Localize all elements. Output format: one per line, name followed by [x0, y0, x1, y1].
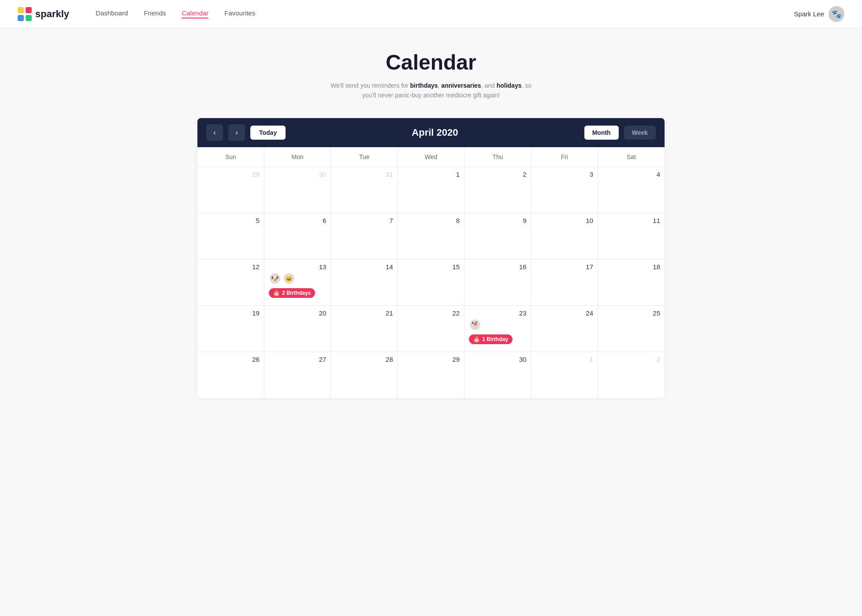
- calendar-week-row: 1920212223🐕🎂1 Birthday2425: [197, 305, 665, 352]
- day-number: 11: [602, 217, 660, 224]
- weekday-fri: Fri: [531, 147, 598, 167]
- day-number: 7: [335, 217, 393, 224]
- calendar-week-row: 262728293012: [197, 352, 665, 398]
- calendar-weekdays: Sun Mon Tue Wed Thu Fri Sat: [197, 147, 665, 167]
- calendar-day[interactable]: 14: [331, 259, 398, 305]
- calendar-day[interactable]: 11: [598, 213, 665, 259]
- today-button[interactable]: Today: [250, 126, 286, 140]
- day-number: 9: [469, 217, 526, 224]
- highlight-holidays: holidays: [497, 82, 522, 89]
- calendar-day[interactable]: 26: [197, 352, 264, 398]
- calendar-day[interactable]: 4: [598, 167, 665, 213]
- logo[interactable]: sparkly: [18, 7, 69, 21]
- calendar-day[interactable]: 29: [398, 352, 464, 398]
- day-number: 18: [602, 263, 660, 271]
- calendar-day[interactable]: 24: [531, 305, 598, 352]
- calendar-day[interactable]: 21: [331, 305, 398, 352]
- calendar-day[interactable]: 10: [531, 213, 598, 259]
- day-number: 20: [269, 309, 326, 317]
- svg-rect-2: [18, 15, 24, 21]
- calendar-day[interactable]: 20: [264, 305, 331, 352]
- calendar-body: 29303112345678910111213🐶🐱🎂2 Birthdays141…: [197, 167, 665, 398]
- avatar-row: 🐶🐱: [269, 272, 326, 285]
- calendar-week-row: 2930311234: [197, 167, 665, 213]
- sparkly-logo-icon: [18, 7, 32, 21]
- calendar-week-row: 567891011: [197, 213, 665, 259]
- calendar-day[interactable]: 7: [331, 213, 398, 259]
- calendar-day[interactable]: 9: [464, 213, 531, 259]
- calendar-day[interactable]: 13🐶🐱🎂2 Birthdays: [264, 259, 331, 305]
- calendar-day[interactable]: 23🐕🎂1 Birthday: [464, 305, 531, 352]
- weekday-tue: Tue: [331, 147, 398, 167]
- calendar-day[interactable]: 5: [197, 213, 264, 259]
- calendar-day[interactable]: 27: [264, 352, 331, 398]
- day-number: 31: [335, 171, 393, 178]
- prev-month-button[interactable]: ‹: [206, 124, 223, 141]
- day-number: 17: [536, 263, 593, 271]
- highlight-anniversaries: anniversaries: [441, 82, 481, 89]
- weekday-thu: Thu: [464, 147, 531, 167]
- calendar-day[interactable]: 2: [598, 352, 665, 398]
- day-number: 25: [602, 309, 660, 317]
- calendar-day[interactable]: 3: [531, 167, 598, 213]
- navbar: sparkly Dashboard Friends Calendar Favou…: [0, 0, 862, 28]
- calendar-day[interactable]: 30: [264, 167, 331, 213]
- nav-links: Dashboard Friends Calendar Favourites: [96, 9, 794, 19]
- day-number: 29: [402, 356, 460, 363]
- calendar-day[interactable]: 17: [531, 259, 598, 305]
- birthday-badge[interactable]: 🎂1 Birthday: [469, 334, 513, 344]
- day-number: 4: [602, 171, 660, 178]
- day-number: 24: [536, 309, 593, 317]
- calendar-grid: Sun Mon Tue Wed Thu Fri Sat 293031123456…: [197, 147, 665, 398]
- day-number: 29: [202, 171, 260, 178]
- calendar-day[interactable]: 16: [464, 259, 531, 305]
- calendar-day[interactable]: 18: [598, 259, 665, 305]
- day-number: 2: [469, 171, 526, 178]
- page-subtitle: We'll send you reminders for birthdays, …: [197, 81, 665, 100]
- calendar-day[interactable]: 29: [197, 167, 264, 213]
- day-number: 27: [269, 356, 326, 363]
- nav-favourites[interactable]: Favourites: [224, 9, 255, 19]
- day-number: 6: [269, 217, 326, 224]
- nav-friends[interactable]: Friends: [144, 9, 166, 19]
- user-profile[interactable]: Spark Lee 🐾: [794, 6, 844, 22]
- day-number: 2: [602, 356, 660, 363]
- day-number: 13: [269, 263, 326, 271]
- month-title: April 2020: [291, 127, 579, 138]
- calendar-day[interactable]: 28: [331, 352, 398, 398]
- birthday-badge[interactable]: 🎂2 Birthdays: [269, 288, 315, 298]
- calendar: ‹ › Today April 2020 Month Week Sun Mon …: [197, 118, 665, 398]
- week-view-button[interactable]: Week: [624, 126, 656, 140]
- avatar: 🐶: [269, 272, 281, 285]
- day-number: 19: [202, 309, 260, 317]
- calendar-week-row: 1213🐶🐱🎂2 Birthdays1415161718: [197, 259, 665, 305]
- day-number: 3: [536, 171, 593, 178]
- calendar-day[interactable]: 31: [331, 167, 398, 213]
- weekday-wed: Wed: [398, 147, 464, 167]
- calendar-day[interactable]: 19: [197, 305, 264, 352]
- nav-calendar[interactable]: Calendar: [182, 9, 208, 19]
- nav-dashboard[interactable]: Dashboard: [96, 9, 128, 19]
- calendar-day[interactable]: 12: [197, 259, 264, 305]
- calendar-day[interactable]: 15: [398, 259, 464, 305]
- day-number: 5: [202, 217, 260, 224]
- user-name: Spark Lee: [794, 10, 824, 18]
- calendar-day[interactable]: 30: [464, 352, 531, 398]
- page-title: Calendar: [197, 50, 665, 74]
- calendar-day[interactable]: 6: [264, 213, 331, 259]
- month-view-button[interactable]: Month: [584, 126, 619, 140]
- next-month-button[interactable]: ›: [228, 124, 245, 141]
- weekday-sun: Sun: [197, 147, 264, 167]
- calendar-day[interactable]: 8: [398, 213, 464, 259]
- calendar-day[interactable]: 22: [398, 305, 464, 352]
- svg-rect-1: [26, 7, 32, 13]
- calendar-day[interactable]: 1: [398, 167, 464, 213]
- calendar-day[interactable]: 2: [464, 167, 531, 213]
- day-number: 23: [469, 309, 526, 317]
- day-number: 21: [335, 309, 393, 317]
- calendar-day[interactable]: 1: [531, 352, 598, 398]
- user-avatar: 🐾: [829, 6, 844, 22]
- day-number: 16: [469, 263, 526, 271]
- calendar-day[interactable]: 25: [598, 305, 665, 352]
- day-number: 30: [269, 171, 326, 178]
